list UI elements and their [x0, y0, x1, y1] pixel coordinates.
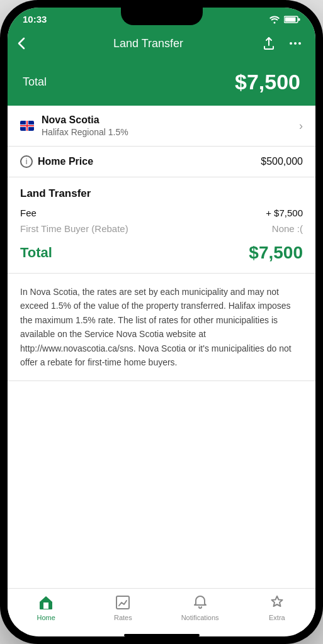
total-label: Total — [23, 75, 47, 89]
phone-frame: 10:33 — [0, 0, 323, 644]
description-section: In Nova Scotia, the rates are set by eac… — [8, 274, 315, 381]
nav-title: Land Transfer — [38, 37, 259, 50]
home-price-row: i Home Price $500,000 — [8, 147, 315, 177]
rebate-label: First Time Buyer (Rebate) — [20, 223, 128, 234]
chevron-right-icon: › — [299, 119, 303, 133]
svg-rect-11 — [116, 596, 129, 609]
tab-notifications-label: Notifications — [181, 614, 219, 621]
region-info: Nova Scotia Halifax Regional 1.5% — [42, 114, 299, 137]
home-indicator — [124, 634, 200, 636]
svg-point-5 — [298, 42, 301, 45]
description-text: In Nova Scotia, the rates are set by eac… — [20, 285, 303, 369]
total-amount: $7,500 — [235, 70, 300, 94]
svg-rect-10 — [26, 121, 28, 131]
rebate-row: First Time Buyer (Rebate) None :( — [20, 223, 303, 234]
extra-icon — [268, 594, 286, 611]
tab-notifications[interactable]: Notifications — [162, 594, 239, 621]
home-price-label: Home Price — [38, 156, 93, 167]
total-row-value: $7,500 — [249, 243, 303, 263]
fee-row: Fee + $7,500 — [20, 208, 303, 218]
nav-actions — [259, 33, 305, 53]
total-row: Total $7,500 — [20, 240, 303, 263]
tab-rates[interactable]: Rates — [84, 594, 161, 621]
tab-extra[interactable]: Extra — [239, 594, 315, 621]
fee-label: Fee — [20, 208, 37, 218]
svg-point-3 — [290, 42, 292, 45]
status-icons — [269, 15, 300, 24]
tab-home-label: Home — [37, 614, 55, 621]
svg-rect-1 — [285, 17, 296, 21]
notch — [121, 8, 203, 25]
region-sub: Halifax Regional 1.5% — [42, 127, 299, 137]
tab-bar: Home Rates — [8, 588, 315, 631]
rebate-value: None :( — [272, 223, 303, 234]
phone-screen: 10:33 — [8, 8, 315, 636]
home-price-left: i Home Price — [20, 155, 93, 168]
region-name: Nova Scotia — [42, 114, 299, 126]
section-title: Land Transfer — [20, 187, 303, 200]
rates-icon — [114, 594, 132, 611]
tab-home[interactable]: Home — [8, 594, 84, 621]
home-icon — [37, 594, 55, 611]
share-button[interactable] — [259, 33, 279, 53]
tab-rates-label: Rates — [114, 614, 132, 621]
total-header: Total $7,500 — [8, 61, 315, 106]
battery-icon — [284, 15, 300, 24]
spacer — [8, 381, 315, 394]
back-button[interactable] — [18, 37, 38, 50]
tab-extra-label: Extra — [269, 614, 285, 621]
more-button[interactable] — [285, 33, 305, 53]
home-price-value: $500,000 — [261, 156, 303, 167]
svg-point-4 — [294, 42, 297, 45]
nav-bar: Land Transfer — [8, 28, 315, 61]
land-transfer-section: Land Transfer Fee + $7,500 First Time Bu… — [8, 177, 315, 274]
time: 10:33 — [23, 14, 47, 25]
info-icon: i — [20, 155, 33, 168]
notifications-icon — [191, 594, 209, 611]
svg-rect-2 — [298, 18, 300, 21]
fee-value: + $7,500 — [266, 208, 303, 218]
content: Nova Scotia Halifax Regional 1.5% › i Ho… — [8, 106, 315, 588]
total-row-label: Total — [20, 245, 52, 261]
wifi-icon — [269, 15, 280, 24]
region-row[interactable]: Nova Scotia Halifax Regional 1.5% › — [8, 106, 315, 147]
region-icon — [20, 121, 34, 131]
